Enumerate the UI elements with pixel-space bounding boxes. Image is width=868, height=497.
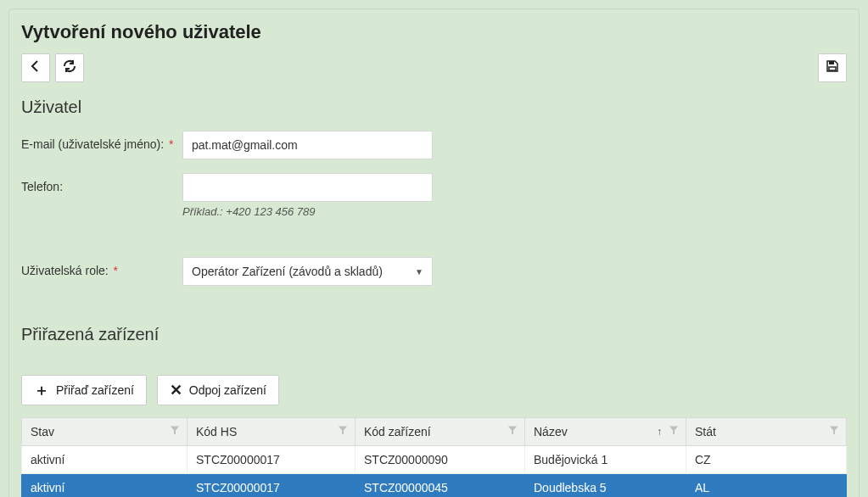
col-header-kodzarizeni[interactable]: Kód zařízení (356, 418, 525, 446)
role-label: Uživatelská role: * (21, 257, 182, 277)
section-title-devices: Přiřazená zařízení (21, 325, 847, 344)
unassign-device-button[interactable]: ✕ Odpoj zařízení (157, 375, 279, 405)
cell-nazev: Doudlebska 5 (525, 474, 686, 498)
section-title-user: Uživatel (21, 98, 847, 117)
refresh-button[interactable] (55, 53, 84, 82)
save-icon (826, 59, 839, 76)
cell-kodhs: STCZ00000017 (188, 474, 356, 498)
col-header-stav[interactable]: Stav (22, 418, 188, 446)
phone-field[interactable] (182, 173, 433, 202)
phone-hint: Příklad.: +420 123 456 789 (182, 205, 433, 218)
cell-kodzarizeni: STCZ00000045 (356, 474, 525, 498)
cell-nazev: Budějovická 1 (525, 446, 686, 474)
cell-stat: AL (686, 474, 847, 498)
filter-icon[interactable] (507, 426, 518, 438)
filter-icon[interactable] (338, 426, 348, 438)
cell-kodzarizeni: STCZ00000090 (356, 446, 525, 474)
filter-icon[interactable] (170, 426, 180, 438)
col-header-kodhs[interactable]: Kód HS (188, 418, 356, 446)
cell-kodhs: STCZ00000017 (188, 446, 356, 474)
col-header-nazev[interactable]: Název ↑ (525, 418, 686, 446)
cell-stav: aktivní (22, 446, 188, 474)
page-title: Vytvoření nového uživatele (21, 21, 847, 43)
sort-asc-icon: ↑ (657, 426, 662, 438)
unassign-device-label: Odpoj zařízení (189, 383, 266, 397)
plus-icon: ＋ (34, 383, 49, 398)
devices-table: Stav Kód HS Kód zařízení (21, 417, 847, 497)
close-icon: ✕ (170, 383, 182, 398)
cell-stat: CZ (686, 446, 847, 474)
form-card: Vytvoření nového uživatele Uživatel E-ma… (8, 8, 860, 497)
svg-rect-0 (829, 61, 834, 64)
filter-icon[interactable] (669, 426, 679, 438)
filter-icon[interactable] (829, 426, 839, 438)
svg-rect-1 (829, 67, 836, 70)
assign-device-button[interactable]: ＋ Přiřaď zařízení (21, 375, 147, 405)
chevron-left-icon (29, 59, 42, 76)
phone-label: Telefon: (21, 173, 182, 193)
table-row[interactable]: aktivní STCZ00000017 STCZ00000090 Budějo… (22, 446, 847, 474)
save-button[interactable] (818, 53, 847, 82)
email-field[interactable] (182, 131, 433, 159)
toolbar (21, 53, 847, 82)
col-header-stat[interactable]: Stát (686, 418, 847, 446)
back-button[interactable] (21, 53, 50, 82)
email-label: E-mail (uživatelské jméno): * (21, 131, 182, 151)
cell-stav: aktivní (22, 474, 188, 498)
required-mark: * (165, 137, 173, 151)
refresh-icon (63, 59, 76, 76)
required-mark: * (110, 264, 118, 277)
table-row[interactable]: aktivní STCZ00000017 STCZ00000045 Doudle… (22, 474, 847, 498)
caret-down-icon: ▼ (415, 267, 423, 276)
assign-device-label: Přiřaď zařízení (56, 383, 134, 397)
role-select[interactable]: Operátor Zařízení (závodů a skladů) ▼ (182, 257, 433, 286)
table-body: aktivní STCZ00000017 STCZ00000090 Budějo… (22, 446, 847, 498)
role-select-value: Operátor Zařízení (závodů a skladů) (192, 265, 383, 278)
